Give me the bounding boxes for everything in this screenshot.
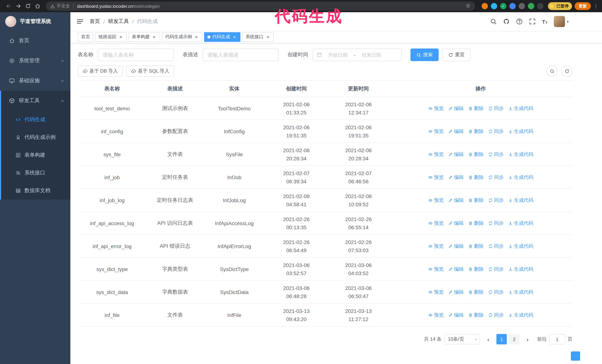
sync-link[interactable]: 同步	[488, 105, 504, 112]
generate-code-link[interactable]: 生成代码	[508, 151, 533, 157]
delete-link[interactable]: 删除	[468, 105, 484, 112]
reset-button[interactable]: 重置	[442, 49, 471, 61]
sidebar-subitem-codegen-example[interactable]: 代码生成示例	[0, 128, 70, 146]
start-date-input[interactable]	[324, 52, 352, 58]
generate-code-link[interactable]: 生成代码	[508, 289, 533, 295]
browser-back-button[interactable]	[4, 1, 13, 11]
browser-reload-button[interactable]	[23, 1, 32, 11]
extension-icon-5[interactable]	[519, 3, 525, 9]
edit-link[interactable]: 编辑	[448, 174, 464, 180]
edit-link[interactable]: 编辑	[448, 197, 464, 203]
extension-icon-6[interactable]	[528, 3, 534, 9]
sync-link[interactable]: 同步	[488, 197, 504, 203]
sidebar-subitem-form-builder[interactable]: 表单构建	[0, 146, 70, 164]
help-icon[interactable]	[516, 18, 523, 25]
page-button-2[interactable]: 2	[509, 334, 519, 344]
sync-link[interactable]: 同步	[488, 128, 504, 135]
import-db-button[interactable]: 基于 DB 导入	[78, 65, 123, 77]
corner-float-button[interactable]	[571, 351, 580, 361]
extension-icon-4[interactable]	[509, 3, 516, 9]
generate-code-link[interactable]: 生成代码	[508, 105, 533, 112]
sync-link[interactable]: 同步	[488, 174, 504, 180]
search-icon[interactable]	[490, 18, 497, 25]
tab[interactable]: 首页	[78, 32, 93, 42]
tab[interactable]: 系统接口 ×	[242, 32, 274, 42]
edit-link[interactable]: 编辑	[448, 105, 464, 112]
extension-icon-3[interactable]: ✓	[500, 3, 506, 9]
sidebar-subitem-db-docs[interactable]: 数据库文档	[0, 182, 70, 200]
github-icon[interactable]	[503, 18, 510, 25]
tab[interactable]: 链路追踪 ×	[95, 32, 127, 42]
fullscreen-icon[interactable]	[529, 18, 536, 25]
preview-link[interactable]: 预览	[428, 174, 444, 180]
generate-code-link[interactable]: 生成代码	[508, 128, 533, 135]
next-page-button[interactable]: ›	[522, 334, 533, 344]
browser-update-button[interactable]: 更新	[575, 2, 591, 10]
tab[interactable]: 代码生成 ×	[204, 32, 240, 42]
profile-paused-badge[interactable]: 已暂停	[548, 2, 572, 10]
search-button[interactable]: 搜索	[410, 49, 439, 61]
generate-code-link[interactable]: 生成代码	[508, 197, 533, 203]
sidebar-subitem-system-api[interactable]: 系统接口	[0, 164, 70, 182]
extension-icon-1[interactable]	[482, 3, 488, 9]
create-time-range-picker[interactable]: -	[313, 49, 402, 61]
edit-link[interactable]: 编辑	[448, 243, 464, 250]
address-bar[interactable]: 不安全 dashboard.yudao.iocoder.cn/tool/code…	[46, 1, 475, 11]
delete-link[interactable]: 删除	[468, 266, 484, 272]
generate-code-link[interactable]: 生成代码	[508, 312, 533, 318]
app-logo[interactable]: 芋道管理系统	[0, 12, 70, 31]
generate-code-link[interactable]: 生成代码	[508, 266, 533, 272]
browser-home-button[interactable]	[32, 1, 42, 11]
preview-link[interactable]: 预览	[428, 312, 444, 318]
page-button-1[interactable]: 1	[496, 334, 507, 344]
tab[interactable]: 代码生成示例 ×	[162, 32, 202, 42]
sidebar-item-system-management[interactable]: 系统管理	[0, 51, 70, 71]
edit-link[interactable]: 编辑	[448, 128, 464, 135]
sync-link[interactable]: 同步	[488, 266, 504, 272]
tab-close-icon[interactable]: ×	[194, 34, 199, 40]
delete-link[interactable]: 删除	[468, 151, 484, 157]
tab-close-icon[interactable]: ×	[232, 34, 237, 40]
browser-menu-icon[interactable]: ⋮	[593, 3, 598, 9]
delete-link[interactable]: 删除	[468, 220, 484, 227]
end-date-input[interactable]	[357, 52, 386, 58]
hamburger-icon[interactable]	[76, 18, 84, 25]
edit-link[interactable]: 编辑	[448, 266, 464, 272]
breadcrumb-item-home[interactable]: 首页	[90, 18, 100, 25]
delete-link[interactable]: 删除	[468, 174, 484, 180]
extension-icon-2[interactable]	[491, 3, 497, 9]
sync-link[interactable]: 同步	[488, 220, 504, 227]
sync-link[interactable]: 同步	[488, 243, 504, 250]
sidebar-item-devtools[interactable]: 研发工具	[0, 91, 70, 111]
preview-link[interactable]: 预览	[428, 289, 444, 295]
preview-link[interactable]: 预览	[428, 105, 444, 112]
generate-code-link[interactable]: 生成代码	[508, 174, 533, 180]
sidebar-item-infrastructure[interactable]: 基础设施	[0, 71, 70, 91]
page-size-select[interactable]: 10条/页 ▾	[445, 334, 480, 344]
generate-code-link[interactable]: 生成代码	[508, 220, 533, 227]
preview-link[interactable]: 预览	[428, 220, 444, 227]
browser-forward-button[interactable]	[13, 1, 23, 11]
tab-close-icon[interactable]: ×	[265, 34, 270, 40]
tab-close-icon[interactable]: ×	[118, 34, 123, 40]
breadcrumb-item-devtools[interactable]: 研发工具	[108, 18, 129, 25]
delete-link[interactable]: 删除	[468, 243, 484, 250]
user-avatar-menu[interactable]: ▾	[554, 16, 569, 27]
sync-link[interactable]: 同步	[488, 312, 504, 318]
preview-link[interactable]: 预览	[428, 197, 444, 203]
security-warning[interactable]: 不安全	[50, 3, 70, 9]
toggle-search-button[interactable]	[547, 65, 558, 77]
preview-link[interactable]: 预览	[428, 128, 444, 135]
refresh-table-button[interactable]	[561, 65, 572, 77]
preview-link[interactable]: 预览	[428, 266, 444, 272]
import-sql-button[interactable]: 基于 SQL 导入	[127, 65, 174, 77]
edit-link[interactable]: 编辑	[448, 312, 464, 318]
table-desc-input[interactable]	[203, 49, 279, 61]
sidebar-subitem-codegen[interactable]: 代码生成	[0, 111, 70, 128]
delete-link[interactable]: 删除	[468, 128, 484, 135]
table-name-input[interactable]	[98, 49, 174, 61]
delete-link[interactable]: 删除	[468, 312, 484, 318]
generate-code-link[interactable]: 生成代码	[508, 243, 533, 250]
edit-link[interactable]: 编辑	[448, 220, 464, 227]
font-size-icon[interactable]: TT	[542, 18, 548, 25]
